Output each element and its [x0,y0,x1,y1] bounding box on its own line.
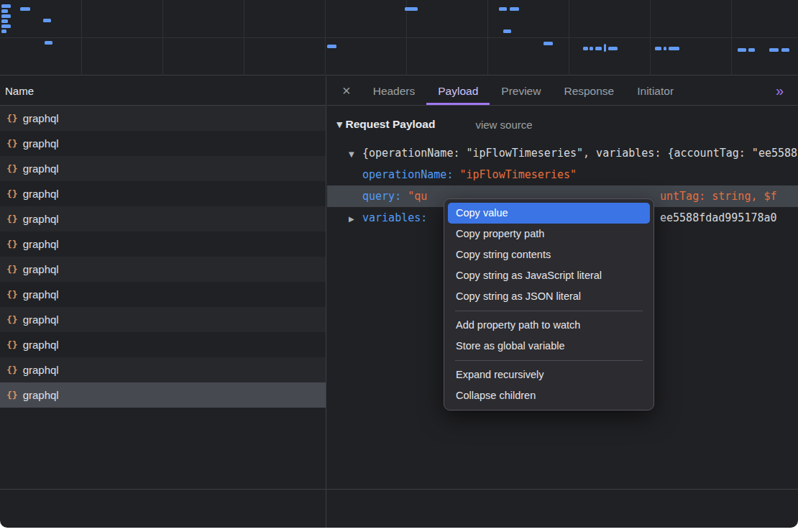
detail-tab-bar: × HeadersPayloadPreviewResponseInitiator… [327,76,798,106]
menu-item-collapse-children[interactable]: Collapse children [448,385,650,406]
request-row[interactable]: {}graphql [0,156,326,181]
timeline-request-bar [1,4,11,8]
menu-item-store-as-global-variable[interactable]: Store as global variable [448,336,650,357]
timeline-request-bar [583,47,588,50]
column-header-name[interactable]: Name [0,76,326,106]
tab-payload[interactable]: Payload [426,76,490,105]
timeline-request-bar [669,47,679,50]
menu-item-copy-string-as-javascript-literal[interactable]: Copy string as JavaScript literal [448,265,650,286]
menu-separator [455,360,643,361]
request-name: graphql [23,364,59,376]
menu-item-copy-value[interactable]: Copy value [448,203,650,224]
request-row[interactable]: {}graphql [0,106,326,131]
timeline-request-bar [405,7,418,11]
request-row[interactable]: {}graphql [0,181,326,206]
menu-item-add-property-path-to-watch[interactable]: Add property path to watch [448,315,650,336]
request-name: graphql [23,213,59,225]
disclosure-triangle-icon[interactable]: ▶ [349,208,362,229]
fetch-json-icon: {} [6,314,18,325]
request-list: {}graphql{}graphql{}graphql{}graphql{}gr… [0,106,326,408]
fetch-json-icon: {} [6,390,18,400]
payload-text-segment: "ipFlowTimeseries" [459,168,577,181]
menu-item-expand-recursively[interactable]: Expand recursively [448,364,650,385]
payload-text-segment: untTag: string, $f [660,185,777,207]
menu-separator [455,311,643,311]
request-row[interactable]: {}graphql [0,357,326,382]
fetch-json-icon: {} [6,188,18,199]
payload-tree-row[interactable]: operationName: "ipFlowTimeseries" [327,164,798,185]
more-tabs-icon[interactable]: » [776,83,784,99]
panel-divider [0,489,798,490]
menu-item-copy-property-path[interactable]: Copy property path [448,224,650,244]
network-request-table: Name {}graphql{}graphql{}graphql{}graphq… [0,76,326,528]
fetch-json-icon: {} [6,289,18,300]
timeline-request-bar [1,24,11,28]
timeline-request-bar [608,47,618,50]
request-name: graphql [23,288,59,301]
devtools-window: Name {}graphql{}graphql{}graphql{}graphq… [0,0,798,528]
tab-preview[interactable]: Preview [490,76,552,105]
tab-headers[interactable]: Headers [362,76,427,105]
timeline-request-bar [45,41,52,45]
timeline-request-bar [1,14,11,18]
section-title: Request Payload [345,118,435,131]
section-collapse-icon[interactable]: ▼ [336,120,342,129]
timeline-request-bar [544,42,553,45]
fetch-json-icon: {} [6,239,18,249]
menu-item-copy-string-as-json-literal[interactable]: Copy string as JSON literal [448,286,650,307]
request-row[interactable]: {}graphql [0,206,326,231]
payload-text-segment: ee5588fdad995178a0 [660,207,777,229]
timeline-request-bar [20,7,30,11]
timeline-request-bar [769,48,779,52]
request-name: graphql [23,112,59,124]
fetch-json-icon: {} [6,113,18,124]
timeline-lane-divider [0,37,798,38]
timeline-request-bar [655,47,661,50]
request-row[interactable]: {}graphql [0,131,326,156]
fetch-json-icon: {} [6,138,18,149]
fetch-json-icon: {} [6,364,18,375]
request-row[interactable]: {}graphql [0,257,326,282]
timeline-request-bar [499,7,507,11]
fetch-json-icon: {} [6,339,18,350]
request-name: graphql [23,263,59,275]
request-row[interactable]: {}graphql [0,231,326,257]
context-menu: Copy valueCopy property pathCopy string … [444,198,654,411]
request-row[interactable]: {}graphql [0,282,326,307]
request-payload-section-header[interactable]: ▼ Request Payload view source [327,118,798,131]
timeline-request-bar [590,47,593,50]
payload-tree-row[interactable]: ▼{operationName: "ipFlowTimeseries", var… [327,142,798,164]
tab-initiator[interactable]: Initiator [625,76,685,105]
fetch-json-icon: {} [6,163,18,174]
timeline-request-bar [1,29,6,33]
detail-tabs: HeadersPayloadPreviewResponseInitiator [362,76,685,105]
payload-text-segment: variables: [362,211,434,224]
request-row[interactable]: {}graphql [0,307,326,332]
request-name: graphql [23,188,59,200]
column-header-label: Name [5,85,34,97]
timeline-request-bar [1,9,8,13]
request-name: graphql [23,137,59,150]
payload-text-segment: operationName: [362,168,459,181]
timeline-request-bar [604,44,606,52]
network-overview[interactable] [0,0,798,75]
close-icon[interactable]: × [336,83,357,98]
fetch-json-icon: {} [6,264,18,275]
menu-item-copy-string-contents[interactable]: Copy string contents [448,244,650,265]
request-name: graphql [23,313,59,326]
request-name: graphql [23,162,59,175]
timeline-request-bar [43,19,51,22]
request-row[interactable]: {}graphql [0,332,326,357]
timeline-request-bar [1,19,8,23]
fetch-json-icon: {} [6,214,18,224]
request-row[interactable]: {}graphql [0,382,326,408]
timeline-request-bar [595,47,602,50]
timeline-request-bar [781,48,789,52]
disclosure-triangle-icon[interactable]: ▼ [349,144,362,165]
timeline-request-bar [748,48,755,52]
timeline-request-bar [510,7,519,11]
tab-response[interactable]: Response [552,76,625,105]
payload-text-segment: {operationName: "ipFlowTimeseries", vari… [362,147,798,160]
payload-text-segment: query: [362,190,408,203]
view-source-link[interactable]: view source [475,119,532,131]
